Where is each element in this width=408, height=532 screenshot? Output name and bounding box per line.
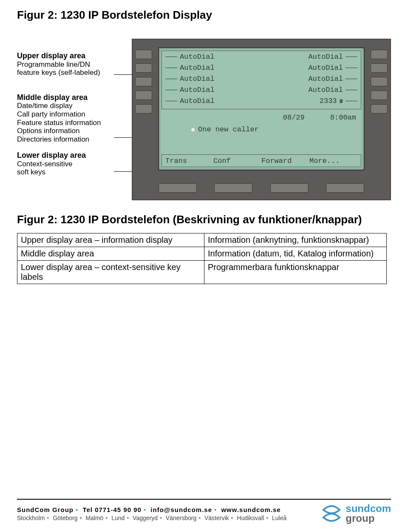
middle-label-title: Middle display area: [17, 93, 115, 102]
footer-city: Hudiksvall: [237, 515, 264, 521]
feature-key[interactable]: [371, 63, 388, 73]
feature-row: AutoDial AutoDial: [162, 84, 361, 95]
page-footer: SundCom Group• Tel 0771-45 90 90• info@s…: [17, 499, 391, 523]
feature-row: AutoDial AutoDial: [162, 51, 361, 62]
footer-cities-line: Stockholm• Göteborg• Malmö• Lund• Vagger…: [17, 515, 322, 521]
lcd-screen: AutoDial AutoDial AutoDial AutoDial Auto…: [158, 47, 365, 171]
upper-label-title: Upper display area: [17, 51, 115, 60]
middle-label-line-2: Call party information: [17, 110, 115, 119]
time-display: 8:00am: [330, 114, 356, 122]
table-row: Middle display area Information (datum, …: [17, 247, 387, 261]
company-logo: sundcom group: [322, 504, 391, 523]
feature-row: AutoDial AutoDial: [162, 73, 361, 84]
table-cell: Upper display area – information display: [17, 233, 204, 247]
feature-label: AutoDial: [308, 75, 343, 83]
logo-mark-icon: [322, 504, 341, 523]
soft-key[interactable]: [270, 183, 309, 193]
dash-icon: [165, 68, 177, 68]
feature-key[interactable]: [135, 77, 152, 86]
feature-key[interactable]: [135, 50, 152, 59]
feature-label: AutoDial: [308, 86, 343, 94]
dash-icon: [165, 90, 177, 90]
description-table: Upper display area – information display…: [17, 233, 387, 284]
feature-key[interactable]: [135, 91, 152, 100]
soft-key[interactable]: [326, 183, 364, 193]
figure-1-title: Figur 2: 1230 IP Bordstelefon Display: [17, 9, 391, 22]
table-row: Lower display area – context-sensitive k…: [17, 261, 387, 284]
label-panel: Upper display area Programmable line/DN …: [17, 51, 115, 184]
feature-row: AutoDial 2333 ☎: [162, 95, 361, 106]
feature-label: AutoDial: [180, 64, 215, 72]
footer-city: Stockholm: [17, 515, 45, 521]
phone-figure: Upper display area Programmable line/DN …: [17, 39, 391, 200]
feature-row: AutoDial AutoDial: [162, 62, 361, 73]
feature-key[interactable]: [371, 104, 388, 114]
dash-icon: [346, 79, 357, 79]
footer-city: Vänersborg: [166, 515, 196, 521]
middle-label-line-5: Directories information: [17, 135, 115, 144]
phone-icon: ☎: [340, 97, 343, 105]
footer-city: Malmö: [85, 515, 103, 521]
table-cell: Programmerbara funktionsknappar: [204, 261, 387, 284]
figure-2-title: Figur 2: 1230 IP Bordstelefon (Beskrivni…: [17, 213, 391, 226]
footer-company: SundCom Group: [17, 506, 74, 513]
feature-label: AutoDial: [180, 75, 215, 83]
middle-label-block: Middle display area Date/time display Ca…: [17, 93, 115, 143]
lower-label-title: Lower display area: [17, 151, 115, 160]
feature-label: AutoDial: [180, 53, 215, 61]
upper-display-area: AutoDial AutoDial AutoDial AutoDial Auto…: [162, 51, 361, 109]
footer-city: Västervik: [204, 515, 229, 521]
table-row: Upper display area – information display…: [17, 233, 387, 247]
middle-label-line-3: Feature status information: [17, 119, 115, 127]
footer-url: www.sundcom.se: [221, 506, 280, 513]
caller-message: One new caller: [198, 125, 259, 134]
table-cell: Information (datum, tid, Katalog informa…: [204, 247, 387, 261]
lower-label-line-2: soft keys: [17, 168, 115, 176]
dash-icon: [346, 57, 357, 57]
footer-phone: Tel 0771-45 90 90: [82, 506, 141, 513]
middle-label-line-1: Date/time display: [17, 102, 115, 110]
table-cell: Lower display area – context-sensitive k…: [17, 261, 204, 284]
softkey-label: Trans: [165, 157, 213, 165]
footer-city: Luleå: [272, 515, 286, 521]
phone-body: AutoDial AutoDial AutoDial AutoDial Auto…: [132, 39, 391, 200]
dash-icon: [346, 101, 357, 101]
left-side-keys: [135, 50, 152, 118]
table-cell: Information (anknytning, funktionsknappa…: [204, 233, 387, 247]
feature-key[interactable]: [135, 63, 152, 73]
lower-label-block: Lower display area Context-sensitive sof…: [17, 151, 115, 176]
upper-label-line-1: Programmable line/DN: [17, 60, 115, 69]
softkey-bar: [158, 183, 365, 195]
feature-label: AutoDial: [308, 64, 343, 72]
upper-label-block: Upper display area Programmable line/DN …: [17, 51, 115, 77]
feature-key[interactable]: [371, 50, 388, 59]
feature-key[interactable]: [135, 104, 152, 114]
dash-icon: [165, 57, 177, 57]
upper-label-line-2: feature keys (self-labeled): [17, 68, 115, 77]
footer-city: Lund: [111, 515, 125, 521]
dash-icon: [346, 90, 357, 90]
logo-text-bottom: group: [346, 512, 374, 524]
footer-city: Göteborg: [53, 515, 77, 521]
soft-key[interactable]: [159, 183, 197, 193]
feature-key[interactable]: [371, 91, 388, 100]
footer-email: info@sundcom.se: [150, 506, 212, 513]
softkey-label: Conf: [213, 157, 261, 165]
footer-contact-line: SundCom Group• Tel 0771-45 90 90• info@s…: [17, 506, 322, 513]
feature-label: AutoDial: [180, 86, 215, 94]
feature-label: AutoDial: [180, 97, 215, 105]
feature-key[interactable]: [371, 77, 388, 86]
lower-label-line-1: Context-sensitive: [17, 160, 115, 168]
extension-number: 2333: [320, 97, 337, 105]
softkey-label: More...: [309, 157, 357, 165]
softkey-label: Forward: [261, 157, 309, 165]
lower-display-area: Trans Conf Forward More...: [162, 154, 361, 167]
feature-label: AutoDial: [308, 53, 343, 61]
dash-icon: [346, 68, 357, 68]
right-side-keys: [371, 50, 388, 118]
soft-key[interactable]: [214, 183, 252, 193]
date-display: 08/29: [283, 114, 305, 122]
table-cell: Middle display area: [17, 247, 204, 261]
dash-icon: [165, 101, 177, 101]
middle-label-line-4: Options information: [17, 127, 115, 135]
